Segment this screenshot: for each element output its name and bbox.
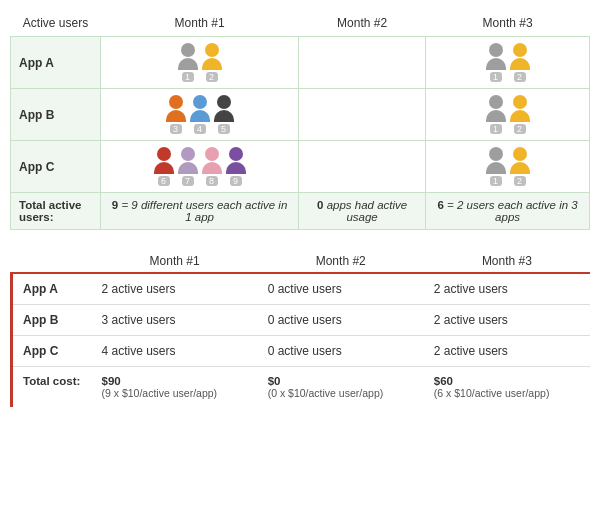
bottom-app-label-1: App B (12, 305, 92, 336)
table-row: App C 4 active users 0 active users 2 ac… (12, 336, 591, 367)
total-label: Total active users: (11, 193, 101, 230)
table-row: App B 3 4 5 1 2 (11, 89, 590, 141)
month3-cell-2: 1 2 (426, 141, 590, 193)
bottom-app-label-2: App C (12, 336, 92, 367)
bottom-month2-cell-0: 0 active users (258, 273, 424, 305)
bottom-col-header-month3: Month #3 (424, 250, 590, 273)
user-icon-7: 7 (178, 147, 198, 186)
user-icon-2: 2 (510, 147, 530, 186)
bottom-cost-table: Month #1 Month #2 Month #3 App A 2 activ… (10, 250, 590, 407)
bottom-month2-cell-1: 0 active users (258, 305, 424, 336)
user-icon-5: 5 (214, 95, 234, 134)
col-header-month3: Month #3 (426, 10, 590, 37)
total-month3: 6 = 2 users each active in 3 apps (426, 193, 590, 230)
table-row: App C 6 7 8 9 1 2 (11, 141, 590, 193)
user-icon-1: 1 (486, 43, 506, 82)
bottom-col-header-month2: Month #2 (258, 250, 424, 273)
bottom-total-month2: $0(0 x $10/active user/app) (258, 367, 424, 408)
bottom-total-month3: $60(6 x $10/active user/app) (424, 367, 590, 408)
total-row: Total active users: 9 = 9 different user… (11, 193, 590, 230)
month2-cell-1 (299, 89, 426, 141)
app-label-0: App A (11, 37, 101, 89)
month1-cell-1: 3 4 5 (101, 89, 299, 141)
bottom-month1-cell-2: 4 active users (92, 336, 258, 367)
bottom-total-row: Total cost: $90(9 x $10/active user/app)… (12, 367, 591, 408)
bottom-col-header-month1: Month #1 (92, 250, 258, 273)
bottom-total-label: Total cost: (12, 367, 92, 408)
user-icon-8: 8 (202, 147, 222, 186)
user-icon-2: 2 (202, 43, 222, 82)
month2-cell-2 (299, 141, 426, 193)
user-icon-1: 1 (486, 147, 506, 186)
bottom-month1-cell-1: 3 active users (92, 305, 258, 336)
app-label-2: App C (11, 141, 101, 193)
user-icon-9: 9 (226, 147, 246, 186)
user-icon-2: 2 (510, 43, 530, 82)
user-icon-4: 4 (190, 95, 210, 134)
user-icon-2: 2 (510, 95, 530, 134)
bottom-month1-cell-0: 2 active users (92, 273, 258, 305)
user-icon-6: 6 (154, 147, 174, 186)
col-header-month2: Month #2 (299, 10, 426, 37)
month2-cell-0 (299, 37, 426, 89)
bottom-month3-cell-1: 2 active users (424, 305, 590, 336)
app-label-1: App B (11, 89, 101, 141)
month1-cell-0: 1 2 (101, 37, 299, 89)
user-icon-3: 3 (166, 95, 186, 134)
col-header-active-users: Active users (11, 10, 101, 37)
bottom-total-month1: $90(9 x $10/active user/app) (92, 367, 258, 408)
month3-cell-0: 1 2 (426, 37, 590, 89)
bottom-month3-cell-2: 2 active users (424, 336, 590, 367)
user-icon-1: 1 (486, 95, 506, 134)
month3-cell-1: 1 2 (426, 89, 590, 141)
bottom-month3-cell-0: 2 active users (424, 273, 590, 305)
user-icon-1: 1 (178, 43, 198, 82)
table-row: App A 2 active users 0 active users 2 ac… (12, 273, 591, 305)
month1-cell-2: 6 7 8 9 (101, 141, 299, 193)
col-header-empty (12, 250, 92, 273)
table-row: App B 3 active users 0 active users 2 ac… (12, 305, 591, 336)
col-header-month1: Month #1 (101, 10, 299, 37)
total-month1: 9 = 9 different users each active in 1 a… (101, 193, 299, 230)
bottom-app-label-0: App A (12, 273, 92, 305)
bottom-month2-cell-2: 0 active users (258, 336, 424, 367)
total-month2: 0 apps had active usage (299, 193, 426, 230)
top-active-users-table: Active users Month #1 Month #2 Month #3 … (10, 10, 590, 230)
table-row: App A 1 2 1 2 (11, 37, 590, 89)
